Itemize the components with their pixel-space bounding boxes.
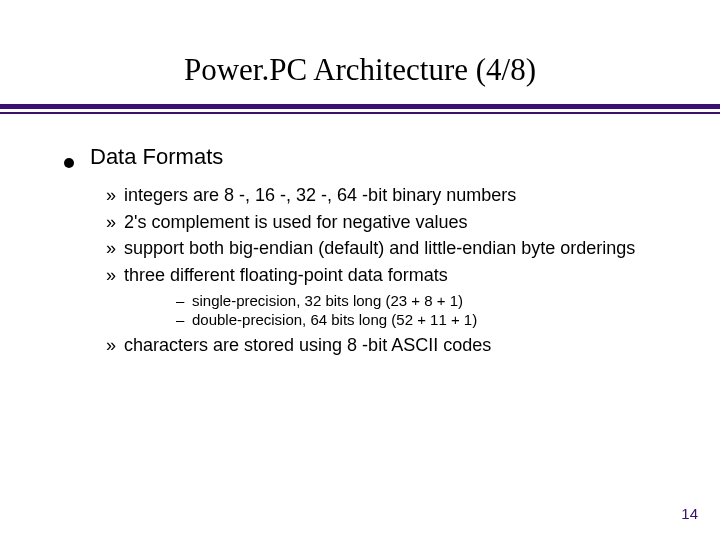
dash-icon: – [176, 311, 192, 328]
sub-list-item-text: single-precision, 32 bits long (23 + 8 +… [192, 292, 463, 309]
list-item: » three different floating-point data fo… [106, 264, 670, 287]
list-item: » support both big-endian (default) and … [106, 237, 670, 260]
list-item: » characters are stored using 8 -bit ASC… [106, 334, 670, 357]
chevron-icon: » [106, 265, 124, 286]
list-item-text: three different floating-point data form… [124, 264, 448, 287]
sub-list: – single-precision, 32 bits long (23 + 8… [176, 292, 670, 328]
rule-thick [0, 104, 720, 109]
rule-thin [0, 112, 720, 114]
chevron-icon: » [106, 212, 124, 233]
slide-content: Data Formats » integers are 8 -, 16 -, 3… [0, 114, 720, 357]
dash-icon: – [176, 292, 192, 309]
sub-list-item-text: double-precision, 64 bits long (52 + 11 … [192, 311, 477, 328]
list-item: » 2's complement is used for negative va… [106, 211, 670, 234]
bullet-icon [64, 158, 74, 168]
section-heading: Data Formats [90, 144, 223, 170]
section-heading-row: Data Formats [64, 144, 670, 170]
slide: Power.PC Architecture (4/8) Data Formats… [0, 0, 720, 540]
list-item: » integers are 8 -, 16 -, 32 -, 64 -bit … [106, 184, 670, 207]
list-item-text: characters are stored using 8 -bit ASCII… [124, 334, 491, 357]
title-underline [0, 104, 720, 114]
list-item-text: support both big-endian (default) and li… [124, 237, 635, 260]
sub-list-item: – single-precision, 32 bits long (23 + 8… [176, 292, 670, 309]
chevron-icon: » [106, 238, 124, 259]
list-item-text: integers are 8 -, 16 -, 32 -, 64 -bit bi… [124, 184, 516, 207]
chevron-icon: » [106, 185, 124, 206]
list-item-text: 2's complement is used for negative valu… [124, 211, 468, 234]
page-number: 14 [681, 505, 698, 522]
sub-list-item: – double-precision, 64 bits long (52 + 1… [176, 311, 670, 328]
chevron-icon: » [106, 335, 124, 356]
slide-title: Power.PC Architecture (4/8) [0, 0, 720, 98]
bullet-list: » integers are 8 -, 16 -, 32 -, 64 -bit … [106, 184, 670, 357]
